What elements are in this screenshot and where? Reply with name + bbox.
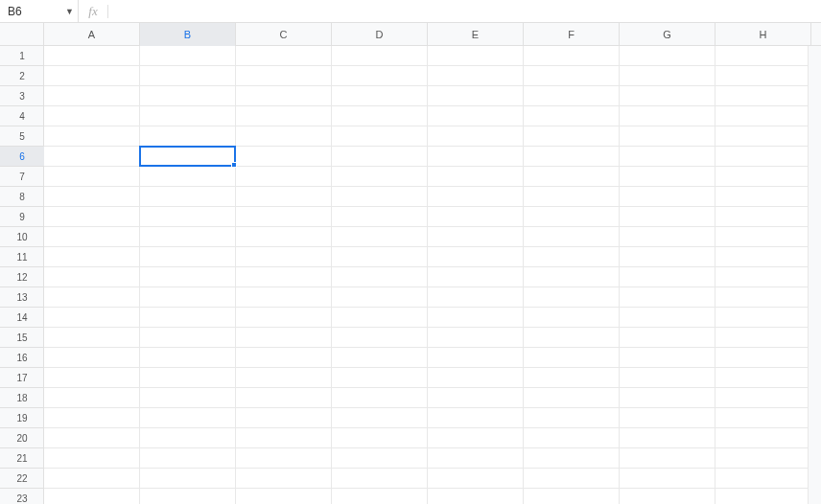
- cell[interactable]: [140, 247, 236, 267]
- cell[interactable]: [715, 187, 811, 207]
- cell[interactable]: [236, 469, 332, 489]
- cell[interactable]: [140, 46, 236, 66]
- cell[interactable]: [44, 408, 140, 428]
- cell[interactable]: [524, 147, 620, 167]
- select-all-corner[interactable]: [0, 23, 44, 46]
- cell[interactable]: [332, 308, 428, 328]
- cell[interactable]: [620, 368, 715, 388]
- cell[interactable]: [140, 408, 236, 428]
- cell[interactable]: [332, 46, 428, 66]
- cell[interactable]: [715, 388, 811, 408]
- cell[interactable]: [524, 66, 620, 86]
- cell[interactable]: [44, 46, 140, 66]
- cell[interactable]: [428, 489, 524, 504]
- cell[interactable]: [428, 469, 524, 489]
- cell[interactable]: [428, 328, 524, 348]
- selection-fill-handle[interactable]: [231, 162, 237, 168]
- cell[interactable]: [236, 308, 332, 328]
- column-header-B[interactable]: B: [140, 23, 236, 46]
- cell[interactable]: [236, 448, 332, 469]
- cell[interactable]: [332, 66, 428, 86]
- cell[interactable]: [428, 408, 524, 428]
- cell[interactable]: [44, 66, 140, 86]
- cell[interactable]: [715, 489, 811, 504]
- cell[interactable]: [524, 126, 620, 147]
- cell[interactable]: [428, 207, 524, 227]
- cell[interactable]: [620, 448, 715, 469]
- cell[interactable]: [140, 368, 236, 388]
- cell[interactable]: [524, 308, 620, 328]
- cell[interactable]: [524, 408, 620, 428]
- cell[interactable]: [236, 187, 332, 207]
- cell[interactable]: [44, 469, 140, 489]
- cell[interactable]: [620, 388, 715, 408]
- cell[interactable]: [332, 328, 428, 348]
- cell[interactable]: [140, 207, 236, 227]
- cell[interactable]: [524, 247, 620, 267]
- cell[interactable]: [332, 489, 428, 504]
- cell[interactable]: [524, 328, 620, 348]
- cell[interactable]: [44, 126, 140, 147]
- cell[interactable]: [620, 106, 715, 126]
- cell[interactable]: [236, 408, 332, 428]
- cell[interactable]: [236, 66, 332, 86]
- cell[interactable]: [236, 348, 332, 368]
- cell[interactable]: [332, 267, 428, 287]
- cell[interactable]: [332, 408, 428, 428]
- cell[interactable]: [715, 328, 811, 348]
- cell[interactable]: [620, 126, 715, 147]
- cell[interactable]: [524, 267, 620, 287]
- cell[interactable]: [428, 287, 524, 308]
- cell[interactable]: [620, 167, 715, 187]
- cell[interactable]: [140, 267, 236, 287]
- cell[interactable]: [524, 106, 620, 126]
- cell[interactable]: [524, 86, 620, 106]
- row-header-8[interactable]: 8: [0, 187, 44, 207]
- cell[interactable]: [332, 469, 428, 489]
- cell[interactable]: [620, 328, 715, 348]
- cell[interactable]: [428, 46, 524, 66]
- cell[interactable]: [620, 348, 715, 368]
- vertical-scrollbar[interactable]: [808, 46, 821, 504]
- cell[interactable]: [44, 207, 140, 227]
- cell[interactable]: [140, 167, 236, 187]
- cell[interactable]: [715, 448, 811, 469]
- cell[interactable]: [715, 428, 811, 448]
- cell[interactable]: [524, 207, 620, 227]
- cell[interactable]: [140, 287, 236, 308]
- cell[interactable]: [140, 147, 236, 167]
- cell[interactable]: [524, 46, 620, 66]
- cell[interactable]: [620, 408, 715, 428]
- cell[interactable]: [620, 247, 715, 267]
- cell[interactable]: [428, 86, 524, 106]
- cell[interactable]: [524, 348, 620, 368]
- cell[interactable]: [332, 147, 428, 167]
- cell[interactable]: [620, 489, 715, 504]
- cell[interactable]: [620, 428, 715, 448]
- cell[interactable]: [620, 187, 715, 207]
- cell[interactable]: [620, 46, 715, 66]
- cell[interactable]: [715, 267, 811, 287]
- cell[interactable]: [332, 167, 428, 187]
- row-header-22[interactable]: 22: [0, 469, 44, 489]
- cell[interactable]: [524, 368, 620, 388]
- cell[interactable]: [44, 448, 140, 469]
- cell[interactable]: [140, 308, 236, 328]
- cell[interactable]: [524, 287, 620, 308]
- cell[interactable]: [428, 147, 524, 167]
- cell[interactable]: [44, 287, 140, 308]
- cell[interactable]: [715, 46, 811, 66]
- column-header-A[interactable]: A: [44, 23, 140, 46]
- cell[interactable]: [524, 448, 620, 469]
- cell[interactable]: [332, 86, 428, 106]
- cell[interactable]: [332, 207, 428, 227]
- column-header-E[interactable]: E: [428, 23, 524, 46]
- cell[interactable]: [620, 308, 715, 328]
- cell[interactable]: [140, 86, 236, 106]
- cell[interactable]: [236, 267, 332, 287]
- column-header-F[interactable]: F: [524, 23, 620, 46]
- cell[interactable]: [715, 287, 811, 308]
- cell[interactable]: [428, 448, 524, 469]
- column-header-D[interactable]: D: [332, 23, 428, 46]
- cell[interactable]: [140, 348, 236, 368]
